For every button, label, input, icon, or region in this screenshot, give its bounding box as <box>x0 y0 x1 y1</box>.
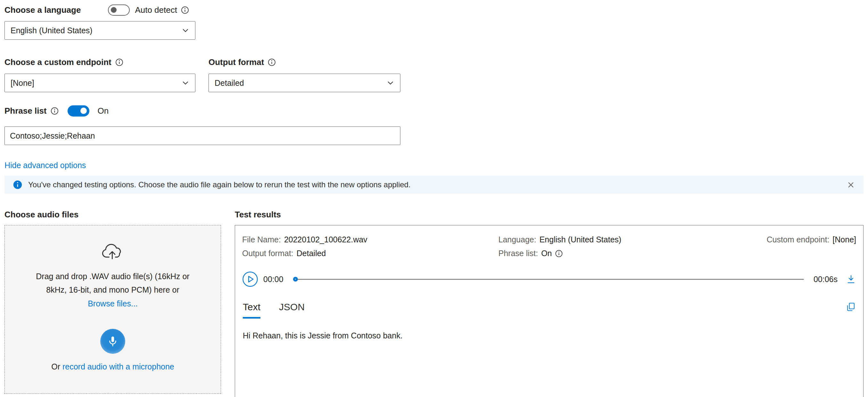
language-select[interactable]: English (United States) <box>4 21 195 40</box>
record-audio-link[interactable]: record audio with a microphone <box>62 362 174 371</box>
custom-endpoint-select[interactable]: [None] <box>4 74 195 92</box>
toggle-knob <box>111 7 117 13</box>
seek-track[interactable] <box>293 279 804 280</box>
download-button[interactable] <box>846 274 856 284</box>
download-icon <box>846 274 856 284</box>
result-output-format-group: Output format: Detailed <box>242 249 326 258</box>
cloud-upload-icon <box>101 243 125 261</box>
results-panel: File Name: 20220102_100622.wav Language:… <box>235 225 864 397</box>
auto-detect-info-icon[interactable] <box>181 6 189 14</box>
language-select-value: English (United States) <box>10 26 93 35</box>
output-format-label-row: Output format <box>209 56 276 68</box>
info-icon <box>13 180 23 190</box>
phrase-list-input[interactable] <box>4 127 400 145</box>
custom-endpoint-info-icon[interactable] <box>115 58 123 66</box>
test-results-heading: Test results <box>235 210 281 220</box>
result-endpoint-label: Custom endpoint: <box>767 235 829 244</box>
auto-detect-label: Auto detect <box>135 5 177 15</box>
browse-files-link[interactable]: Browse files... <box>88 299 138 308</box>
record-audio-text: Or record audio with a microphone <box>51 362 174 371</box>
seek-slider[interactable] <box>293 275 804 284</box>
phrase-list-toggle[interactable] <box>68 105 89 117</box>
custom-endpoint-select-value: [None] <box>10 78 34 88</box>
custom-endpoint-label: Choose a custom endpoint <box>4 57 112 67</box>
advanced-options-row: Hide advanced options <box>4 160 86 171</box>
current-time: 00:00 <box>263 275 283 284</box>
record-prefix: Or <box>51 362 62 371</box>
result-endpoint-group: Custom endpoint: [None] <box>767 235 856 244</box>
custom-endpoint-label-row: Choose a custom endpoint <box>4 56 123 68</box>
result-output-format-label: Output format: <box>242 249 293 258</box>
result-phrase-list-value: On <box>541 249 552 258</box>
microphone-icon <box>106 335 120 348</box>
tab-json[interactable]: JSON <box>279 302 305 317</box>
language-label: Choose a language <box>4 5 81 15</box>
results-tabs: Text JSON <box>243 302 856 319</box>
result-endpoint-value: [None] <box>832 235 856 244</box>
auto-detect-toggle[interactable] <box>108 4 130 16</box>
copy-icon <box>845 302 856 312</box>
result-language-label: Language: <box>498 235 536 244</box>
chevron-down-icon <box>182 27 189 34</box>
play-icon <box>242 271 258 287</box>
result-output-format-value: Detailed <box>297 249 326 258</box>
close-icon <box>846 180 855 189</box>
phrase-list-label: Phrase list <box>4 106 47 116</box>
phrase-list-row: Phrase list On <box>4 104 108 118</box>
seek-handle[interactable] <box>293 277 298 282</box>
tab-text[interactable]: Text <box>243 302 260 319</box>
file-name-label: File Name: <box>242 235 281 244</box>
toggle-knob <box>81 107 87 114</box>
output-format-select-value: Detailed <box>215 78 244 88</box>
output-format-info-icon[interactable] <box>268 58 276 66</box>
banner-message: You've changed testing options. Choose t… <box>28 180 411 189</box>
result-phrase-list-group: Phrase list: On <box>498 249 563 258</box>
play-button[interactable] <box>242 271 258 287</box>
phrase-list-state: On <box>98 106 109 116</box>
result-phrase-list-label: Phrase list: <box>498 249 538 258</box>
result-language-group: Language: English (United States) <box>498 235 621 244</box>
choose-audio-files-heading: Choose audio files <box>4 210 79 220</box>
info-banner: You've changed testing options. Choose t… <box>4 176 864 194</box>
chevron-down-icon <box>182 79 189 87</box>
speech-studio-test-page: Choose a language Auto detect English (U… <box>0 0 868 397</box>
audio-player: 00:00 00:06s <box>242 271 856 288</box>
hide-advanced-options-link[interactable]: Hide advanced options <box>4 161 86 170</box>
output-format-select[interactable]: Detailed <box>209 74 400 92</box>
dropzone-text: Drag and drop .WAV audio file(s) (16kHz … <box>26 270 200 296</box>
file-name-value: 20220102_100622.wav <box>284 235 367 244</box>
chevron-down-icon <box>386 79 394 87</box>
copy-button[interactable] <box>845 302 856 312</box>
transcript-text: Hi Rehaan, this is Jessie from Contoso b… <box>243 331 403 340</box>
record-mic-button[interactable] <box>100 329 125 354</box>
result-language-value: English (United States) <box>539 235 621 244</box>
duration: 00:06s <box>813 275 838 284</box>
audio-dropzone[interactable]: Drag and drop .WAV audio file(s) (16kHz … <box>4 225 221 394</box>
phrase-list-info-icon[interactable] <box>51 107 59 115</box>
result-phrase-list-info-icon[interactable] <box>555 250 563 257</box>
output-format-label: Output format <box>209 57 264 67</box>
banner-close-button[interactable] <box>846 180 855 189</box>
language-label-row: Choose a language Auto detect <box>4 3 189 16</box>
file-name-group: File Name: 20220102_100622.wav <box>242 235 367 244</box>
